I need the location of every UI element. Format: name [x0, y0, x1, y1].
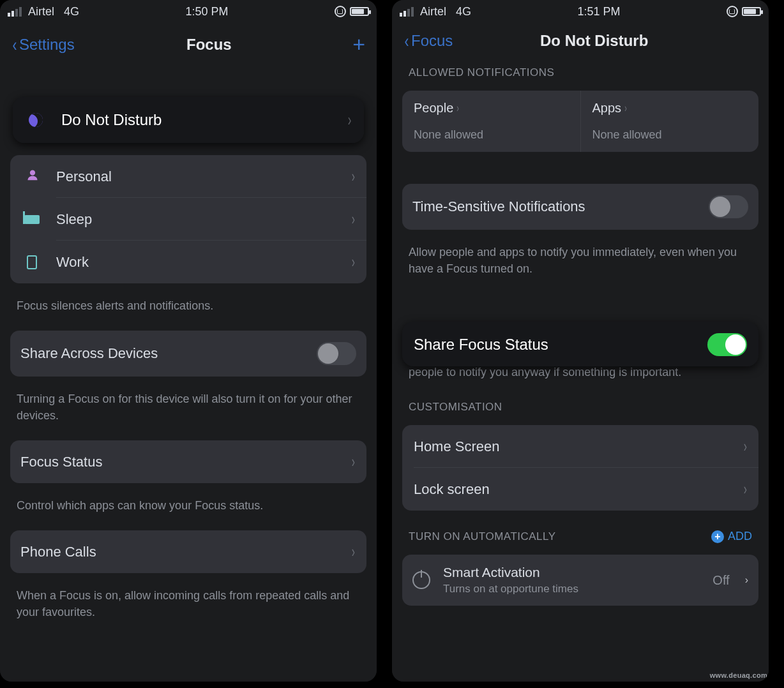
do-not-disturb-screen: Airtel 4G 1:51 PM ‹ Focus Do Not Disturb…	[392, 0, 769, 682]
chevron-right-icon: ›	[624, 101, 627, 115]
back-button[interactable]: ‹ Focus	[403, 32, 453, 50]
status-bar: Airtel 4G 1:50 PM	[0, 0, 377, 23]
allowed-people-value: None allowed	[414, 128, 569, 142]
focus-settings-screen: Airtel 4G 1:50 PM ‹ Settings Focus +	[0, 0, 377, 682]
back-label: Settings	[19, 36, 75, 54]
watermark: www.deuaq.com	[710, 671, 767, 679]
nav-header: ‹ Settings Focus +	[0, 23, 377, 62]
time-sensitive-toggle[interactable]	[709, 195, 748, 218]
row-label: Phone Calls	[20, 544, 351, 560]
focus-item-do-not-disturb[interactable]: Do Not Disturb ›	[13, 97, 364, 143]
chevron-right-icon: ›	[352, 209, 355, 229]
badge-icon	[27, 255, 37, 269]
share-focus-toggle[interactable]	[707, 333, 747, 356]
focus-modes-list: Personal › Sleep › Work ›	[10, 155, 366, 283]
focus-status-caption: Control which apps can know your Focus s…	[0, 491, 377, 523]
row-label: Home Screen	[414, 438, 743, 455]
focus-item-label: Sleep	[56, 211, 351, 228]
chevron-right-icon: ›	[352, 452, 355, 472]
chevron-right-icon: ›	[744, 437, 747, 456]
chevron-right-icon: ›	[745, 574, 748, 586]
share-focus-status-row[interactable]: Share Focus Status	[402, 322, 758, 366]
chevron-right-icon: ›	[744, 479, 747, 499]
focus-item-label: Do Not Disturb	[61, 111, 347, 129]
allowed-notifications-header: ALLOWED NOTIFICATIONS	[392, 55, 769, 83]
allowed-notifications-card: People› None allowed Apps› None allowed	[402, 91, 758, 152]
focus-status-row[interactable]: Focus Status ›	[10, 440, 366, 483]
allowed-apps-button[interactable]: Apps› None allowed	[581, 91, 759, 152]
home-screen-row[interactable]: Home Screen ›	[402, 425, 758, 468]
cellular-signal-icon	[400, 7, 414, 17]
row-label: Lock screen	[414, 481, 743, 498]
rotation-lock-icon	[335, 6, 346, 17]
chevron-right-icon: ›	[352, 542, 355, 562]
row-label: Focus Status	[20, 454, 351, 470]
page-title: Focus	[75, 36, 343, 54]
focus-item-work[interactable]: Work ›	[10, 241, 366, 283]
add-automation-button[interactable]: + ADD	[711, 530, 752, 543]
customisation-list: Home Screen › Lock screen ›	[402, 425, 758, 511]
network-label: 4G	[456, 5, 471, 18]
allowed-people-button[interactable]: People› None allowed	[402, 91, 581, 152]
chevron-right-icon: ›	[352, 252, 355, 272]
moon-icon	[29, 113, 43, 127]
chevron-left-icon: ‹	[405, 35, 409, 47]
focus-caption: Focus silences alerts and notifications.	[0, 291, 377, 323]
row-label: Time-Sensitive Notifications	[412, 198, 709, 215]
chevron-right-icon: ›	[348, 110, 352, 130]
add-focus-button[interactable]: +	[343, 32, 365, 57]
cellular-signal-icon	[8, 7, 22, 17]
chevron-right-icon: ›	[352, 167, 355, 186]
phone-calls-caption: When a Focus is on, allow incoming calls…	[0, 581, 377, 629]
battery-icon	[350, 7, 369, 16]
chevron-left-icon: ‹	[13, 39, 17, 50]
chevron-right-icon: ›	[456, 101, 459, 115]
focus-item-label: Work	[56, 254, 351, 271]
clock: 1:50 PM	[186, 5, 229, 19]
focus-item-personal[interactable]: Personal ›	[10, 155, 366, 198]
carrier-label: Airtel	[28, 5, 54, 18]
battery-icon	[742, 7, 761, 16]
back-label: Focus	[411, 32, 453, 50]
lock-screen-row[interactable]: Lock screen ›	[402, 468, 758, 511]
automatic-header: TURN ON AUTOMATICALLY	[409, 530, 556, 543]
allowed-apps-value: None allowed	[592, 128, 748, 142]
share-devices-toggle[interactable]	[317, 342, 356, 365]
power-icon	[412, 571, 430, 589]
page-title: Do Not Disturb	[453, 32, 735, 50]
status-bar: Airtel 4G 1:51 PM	[392, 0, 769, 23]
network-label: 4G	[64, 5, 79, 18]
svg-point-0	[30, 170, 35, 175]
phone-calls-row[interactable]: Phone Calls ›	[10, 530, 366, 573]
allowed-apps-label: Apps	[592, 101, 622, 116]
customisation-header: CUSTOMISATION	[392, 389, 769, 417]
person-icon	[26, 168, 38, 185]
nav-header: ‹ Focus Do Not Disturb	[392, 23, 769, 55]
smart-value: Off	[712, 573, 729, 588]
plus-circle-icon: +	[711, 530, 724, 543]
smart-title: Smart Activation	[443, 565, 702, 580]
allowed-people-label: People	[414, 101, 453, 116]
bed-icon	[24, 215, 40, 224]
row-label: Share Focus Status	[414, 336, 707, 354]
rotation-lock-icon	[727, 6, 738, 17]
clock: 1:51 PM	[578, 5, 621, 19]
time-sensitive-caption: Allow people and apps to notify you imme…	[392, 237, 769, 286]
add-label: ADD	[728, 530, 752, 543]
smart-activation-row[interactable]: Smart Activation Turns on at opportune t…	[402, 555, 758, 606]
focus-item-label: Personal	[56, 168, 351, 185]
row-label: Share Across Devices	[20, 345, 317, 362]
focus-item-sleep[interactable]: Sleep ›	[10, 198, 366, 241]
back-button[interactable]: ‹ Settings	[11, 36, 75, 54]
smart-subtitle: Turns on at opportune times	[443, 583, 702, 595]
share-across-devices-row[interactable]: Share Across Devices	[10, 331, 366, 377]
carrier-label: Airtel	[420, 5, 446, 18]
time-sensitive-row[interactable]: Time-Sensitive Notifications	[402, 184, 758, 230]
share-devices-caption: Turning a Focus on for this device will …	[0, 384, 377, 433]
